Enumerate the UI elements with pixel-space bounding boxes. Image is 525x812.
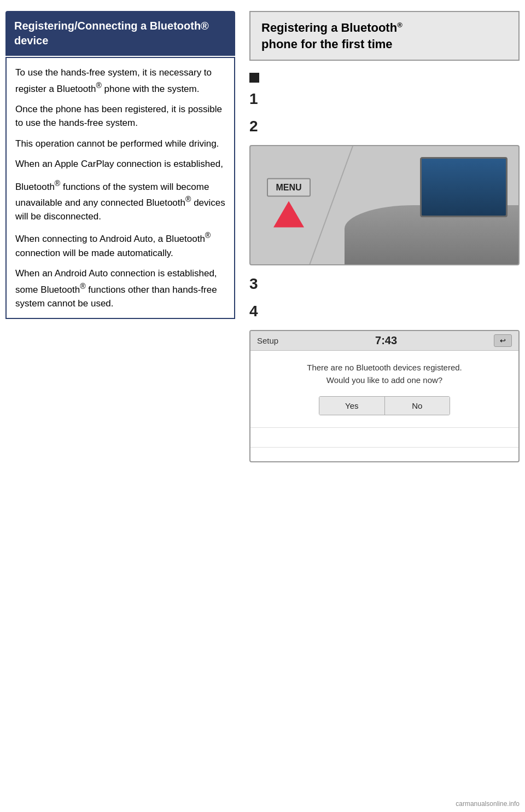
right-header-text: Registering a Bluetooth®phone for the fi… (261, 20, 402, 52)
right-header: Registering a Bluetooth®phone for the fi… (249, 11, 520, 61)
step-1: 1 (249, 92, 520, 108)
left-para-7: When an Android Auto connection is estab… (15, 266, 225, 310)
left-para-1: To use the hands-free system, it is nece… (15, 66, 225, 96)
setup-message: There are no Bluetooth devices registere… (259, 362, 510, 386)
left-para-5: Bluetooth® functions of the system will … (15, 178, 225, 224)
menu-illustration: MENU (249, 145, 520, 265)
left-para-3: This operation cannot be performed while… (15, 137, 225, 151)
setup-back-button[interactable]: ↩ (494, 334, 512, 347)
step-3-number: 3 (249, 275, 269, 293)
setup-title-label: Setup (257, 336, 278, 345)
setup-time: 7:43 (375, 334, 397, 347)
section-intro (249, 72, 520, 83)
step-4: 4 Setup 7:43 ↩ There are no Bluetooth de… (249, 305, 520, 462)
left-column: Registering/Connecting a Bluetooth® devi… (5, 11, 235, 801)
section-marker (249, 73, 259, 83)
car-screen-inner (422, 159, 506, 216)
arrow-up-icon (273, 201, 304, 228)
step-2: 2 MENU (249, 120, 520, 265)
left-para-6: When connecting to Android Auto, a Bluet… (15, 230, 225, 260)
setup-screen: Setup 7:43 ↩ There are no Bluetooth devi… (249, 330, 520, 462)
menu-button-area: MENU (267, 178, 311, 228)
left-header-text: Registering/Connecting a Bluetooth® devi… (14, 20, 209, 47)
setup-topbar: Setup 7:43 ↩ (250, 331, 518, 351)
step-3: 3 (249, 277, 520, 293)
car-screen (420, 157, 508, 217)
step-4-number: 4 (249, 303, 269, 320)
setup-body: There are no Bluetooth devices registere… (250, 351, 518, 422)
page-wrapper: Registering/Connecting a Bluetooth® devi… (0, 0, 525, 812)
menu-button[interactable]: MENU (267, 178, 311, 197)
watermark: carmanualsonline.info (456, 800, 520, 808)
step-2-number: 2 (249, 118, 269, 135)
left-header: Registering/Connecting a Bluetooth® devi… (5, 11, 235, 56)
left-para-4: When an Apple CarPlay connection is esta… (15, 157, 225, 171)
left-para-2: Once the phone has been registered, it i… (15, 102, 225, 130)
right-column: Registering a Bluetooth®phone for the fi… (244, 11, 520, 801)
left-body: To use the hands-free system, it is nece… (5, 57, 235, 319)
setup-no-button[interactable]: No (385, 397, 450, 415)
setup-yes-button[interactable]: Yes (319, 397, 385, 415)
setup-yes-no-buttons: Yes No (319, 396, 450, 415)
menu-label: MENU (276, 183, 301, 193)
setup-row-1 (250, 427, 518, 442)
step-1-number: 1 (249, 90, 269, 108)
setup-row-2 (250, 447, 518, 461)
